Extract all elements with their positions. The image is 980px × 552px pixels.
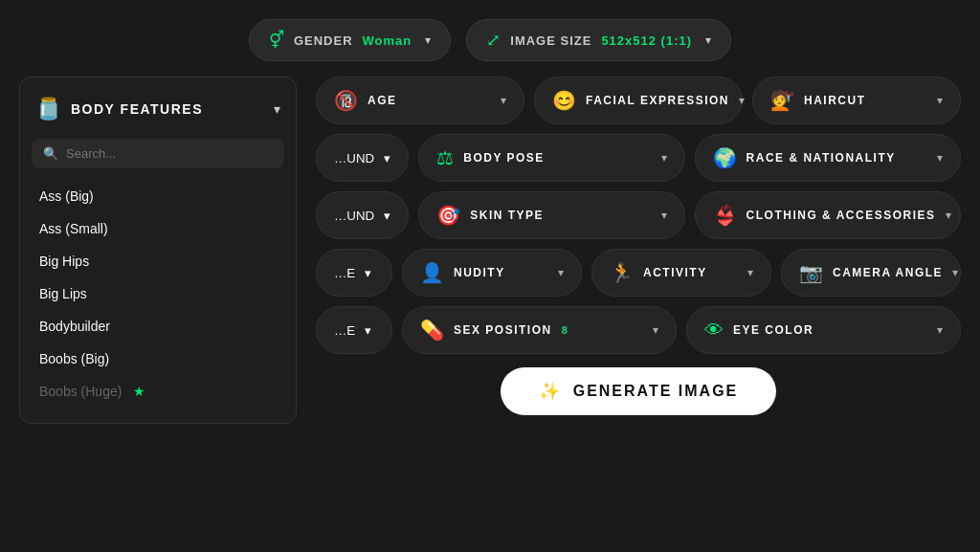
haircut-chevron: ▾ xyxy=(937,94,943,107)
skin-type-button[interactable]: 🎯 SKIN TYPE ▾ xyxy=(418,191,684,239)
image-size-icon: ⤢ xyxy=(486,30,501,51)
clothing-accessories-icon: 👙 xyxy=(713,204,737,227)
grid-row-4: …E ▾ 👤 NUDITY ▾ 🏃 ACTIVITY ▾ 📷 CAMERA AN… xyxy=(316,249,961,297)
eye-color-icon: 👁 xyxy=(704,320,724,342)
list-item-label: Boobs (Huge) xyxy=(39,384,122,399)
camera-angle-icon: 📷 xyxy=(799,261,823,284)
sex-position-value: 8 xyxy=(562,324,568,336)
list-item-label: Big Hips xyxy=(39,254,89,269)
sidebar-title: BODY FEATURES xyxy=(71,101,203,117)
image-size-chevron: ▾ xyxy=(705,33,711,47)
image-size-button[interactable]: ⤢ IMAGE SIZE 512x512 (1:1) ▾ xyxy=(466,19,731,61)
sidebar-chevron[interactable]: ▾ xyxy=(274,101,280,117)
race-nationality-button[interactable]: 🌍 RACE & NATIONALITY ▾ xyxy=(695,134,961,182)
list-item-label: Ass (Big) xyxy=(39,188,94,204)
race-nationality-label: RACE & NATIONALITY xyxy=(746,151,896,165)
list-item[interactable]: Ass (Small) xyxy=(32,212,284,245)
clothing-accessories-label: CLOTHING & ACCESSORIES xyxy=(746,209,936,222)
eye-color-chevron: ▾ xyxy=(937,323,943,337)
list-item-label: Boobs (Big) xyxy=(39,351,109,366)
list-item[interactable]: Boobs (Huge) ★ xyxy=(32,375,284,408)
body-features-icon: 🫙 xyxy=(35,97,61,121)
list-item-label: Bodybuilder xyxy=(39,319,110,334)
skin-type-icon: 🎯 xyxy=(436,204,460,227)
grid-row-1: 🔞 AGE ▾ 😊 FACIAL EXPRESSION ▾ 💇 HAIRCUT … xyxy=(316,77,961,124)
search-box[interactable]: 🔍 xyxy=(32,139,284,168)
clothing-accessories-button[interactable]: 👙 CLOTHING & ACCESSORIES ▾ xyxy=(695,191,961,239)
sex-position-button[interactable]: 💊 SEX POSITION 8 ▾ xyxy=(402,306,677,354)
gender-chevron: ▾ xyxy=(425,33,431,47)
activity-label: ACTIVITY xyxy=(643,266,707,279)
age-chevron: ▾ xyxy=(501,94,506,107)
image-size-label: IMAGE SIZE xyxy=(510,33,591,48)
sidebar: 🫙 BODY FEATURES ▾ 🔍 Ass (Big) Ass (Small… xyxy=(19,77,297,424)
activity-button[interactable]: 🏃 ACTIVITY ▾ xyxy=(591,249,771,297)
sidebar-list: Ass (Big) Ass (Small) Big Hips Big Lips … xyxy=(32,176,284,411)
around4-partial-label: …E xyxy=(334,323,355,338)
haircut-icon: 💇 xyxy=(770,89,794,112)
race-nationality-icon: 🌍 xyxy=(713,146,737,169)
background-button[interactable]: …UND ▾ xyxy=(316,134,409,182)
body-pose-chevron: ▾ xyxy=(661,151,667,165)
grid-row-5: …E ▾ 💊 SEX POSITION 8 ▾ 👁 EYE COLOR ▾ xyxy=(316,306,961,354)
top-bar: ⚥ GENDER Woman ▾ ⤢ IMAGE SIZE 512x512 (1… xyxy=(249,19,731,61)
main-area: 🫙 BODY FEATURES ▾ 🔍 Ass (Big) Ass (Small… xyxy=(19,77,961,424)
age-button[interactable]: 🔞 AGE ▾ xyxy=(316,77,524,124)
around4-button[interactable]: …E ▾ xyxy=(316,306,392,354)
around2-partial-label: …UND xyxy=(334,209,374,223)
body-pose-label: BODY POSE xyxy=(463,151,545,165)
activity-chevron: ▾ xyxy=(747,266,753,279)
sex-position-icon: 💊 xyxy=(420,319,444,342)
grid-row-2: …UND ▾ ⚖ BODY POSE ▾ 🌍 RACE & NATIONALIT… xyxy=(316,134,961,182)
around3-button[interactable]: …E ▾ xyxy=(316,249,392,297)
sex-position-chevron: ▾ xyxy=(653,323,658,337)
background-partial-label: …UND xyxy=(334,151,374,166)
list-item-label: Big Lips xyxy=(39,286,87,301)
generate-image-button[interactable]: ✨ GENERATE IMAGE xyxy=(501,367,777,415)
activity-icon: 🏃 xyxy=(610,261,634,284)
list-item[interactable]: Big Hips xyxy=(32,245,284,277)
body-pose-icon: ⚖ xyxy=(436,146,454,169)
image-size-value: 512x512 (1:1) xyxy=(601,33,692,48)
search-icon: 🔍 xyxy=(43,146,58,161)
camera-angle-chevron: ▾ xyxy=(952,266,958,279)
grid-area: 🔞 AGE ▾ 😊 FACIAL EXPRESSION ▾ 💇 HAIRCUT … xyxy=(297,77,961,424)
camera-angle-label: CAMERA ANGLE xyxy=(833,266,943,279)
sex-position-label: SEX POSITION xyxy=(454,323,552,337)
generate-icon: ✨ xyxy=(539,381,562,402)
haircut-button[interactable]: 💇 HAIRCUT ▾ xyxy=(752,77,961,124)
around2-button[interactable]: …UND ▾ xyxy=(316,191,409,239)
generate-label: GENERATE IMAGE xyxy=(573,383,739,400)
skin-type-label: SKIN TYPE xyxy=(470,209,544,222)
list-item[interactable]: Bodybuilder xyxy=(32,310,284,342)
list-item[interactable]: Big Lips xyxy=(32,277,284,310)
gender-label: GENDER xyxy=(294,33,353,48)
search-input[interactable] xyxy=(66,146,273,161)
camera-angle-button[interactable]: 📷 CAMERA ANGLE ▾ xyxy=(781,249,961,297)
nudity-chevron: ▾ xyxy=(558,266,564,279)
eye-color-label: EYE COLOR xyxy=(733,323,813,337)
around2-chevron: ▾ xyxy=(384,209,390,223)
around3-partial-label: …E xyxy=(334,266,355,280)
facial-expression-icon: 😊 xyxy=(552,89,576,112)
background-chevron: ▾ xyxy=(384,151,390,166)
eye-color-button[interactable]: 👁 EYE COLOR ▾ xyxy=(686,306,961,354)
facial-expression-label: FACIAL EXPRESSION xyxy=(586,94,729,107)
gender-button[interactable]: ⚥ GENDER Woman ▾ xyxy=(249,19,451,61)
list-item-label: Ass (Small) xyxy=(39,221,108,236)
gender-value: Woman xyxy=(363,33,412,48)
facial-expression-button[interactable]: 😊 FACIAL EXPRESSION ▾ xyxy=(534,77,743,124)
around3-chevron: ▾ xyxy=(365,266,371,280)
nudity-icon: 👤 xyxy=(420,261,444,284)
around4-chevron: ▾ xyxy=(365,323,371,338)
sidebar-header[interactable]: 🫙 BODY FEATURES ▾ xyxy=(32,89,284,129)
grid-row-3: …UND ▾ 🎯 SKIN TYPE ▾ 👙 CLOTHING & ACCESS… xyxy=(316,191,961,239)
list-item[interactable]: Ass (Big) xyxy=(32,180,284,212)
body-pose-button[interactable]: ⚖ BODY POSE ▾ xyxy=(418,134,684,182)
star-icon: ★ xyxy=(133,384,145,399)
nudity-button[interactable]: 👤 NUDITY ▾ xyxy=(402,249,582,297)
clothing-accessories-chevron: ▾ xyxy=(946,209,951,222)
nudity-label: NUDITY xyxy=(454,266,505,279)
list-item[interactable]: Boobs (Big) xyxy=(32,342,284,375)
gender-icon: ⚥ xyxy=(269,30,284,51)
